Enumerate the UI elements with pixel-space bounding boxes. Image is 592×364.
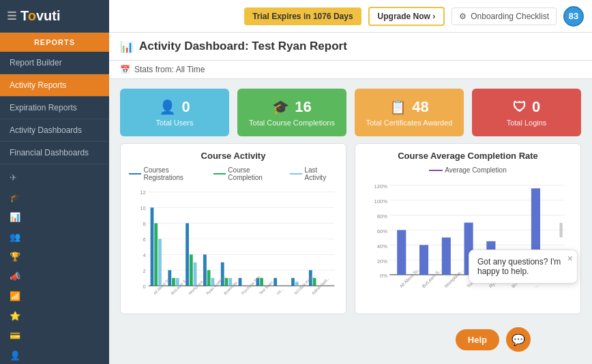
- svg-text:Int...: Int...: [276, 287, 284, 295]
- svg-rect-61: [397, 230, 406, 275]
- svg-rect-20: [186, 223, 189, 286]
- legend-avg-label: Average Completion: [445, 166, 506, 174]
- svg-text:60%: 60%: [377, 228, 387, 234]
- onboarding-label: Onboarding Checklist: [471, 12, 549, 21]
- stat-card-certificates: 📋 48 Total Certificates Awarded: [355, 89, 464, 136]
- svg-text:8: 8: [143, 221, 146, 227]
- svg-text:6: 6: [143, 237, 146, 243]
- avatar[interactable]: 83: [563, 6, 584, 27]
- sidebar: ☰ Tovuti REPORTS Report Builder Activity…: [0, 0, 109, 364]
- sidebar-icon-trophy[interactable]: 🏆: [0, 247, 109, 266]
- svg-rect-34: [295, 282, 299, 286]
- svg-rect-27: [225, 278, 228, 286]
- sidebar-icon-arrow[interactable]: ✈: [0, 168, 109, 187]
- trial-badge: Trial Expires in 1076 Days: [244, 7, 361, 25]
- sidebar-icons: ✈ 🎓 📊 👥 🏆 📣 📶 ⭐ 💳 👤 📅 💬 ♿ ⏻: [0, 164, 109, 364]
- course-activity-chart: Course Activity Courses Registrations Co…: [120, 143, 346, 314]
- svg-text:...: ...: [533, 283, 539, 289]
- sidebar-nav: Report Builder Activity Reports Expirati…: [0, 52, 109, 164]
- sidebar-item-financial-dashboards[interactable]: Financial Dashboards: [0, 142, 109, 164]
- sidebar-icon-megaphone[interactable]: 📣: [0, 267, 109, 286]
- stat-value-users: 0: [181, 98, 190, 116]
- legend-registrations-label: Courses Registrations: [143, 166, 205, 181]
- stat-card-users: 👤 0 Total Users: [120, 89, 229, 136]
- stat-label-completions: Total Course Completions: [249, 119, 335, 127]
- svg-rect-63: [442, 237, 451, 275]
- sidebar-item-activity-dashboards[interactable]: Activity Dashboards: [0, 119, 109, 142]
- sidebar-item-expiration-reports[interactable]: Expiration Reports: [0, 97, 109, 119]
- chat-button[interactable]: 💬: [506, 327, 531, 352]
- legend-avg-color: [429, 170, 443, 171]
- stat-label-users: Total Users: [156, 119, 193, 127]
- chat-close-button[interactable]: ×: [567, 253, 573, 264]
- svg-rect-33: [291, 278, 295, 286]
- content-header: 📊 Activity Dashboard: Test Ryan Report: [109, 33, 592, 61]
- stat-value-certificates: 48: [412, 98, 428, 116]
- svg-rect-36: [313, 278, 316, 286]
- sidebar-icon-card[interactable]: 💳: [0, 327, 109, 345]
- sidebar-icon-grad[interactable]: 🎓: [0, 188, 109, 207]
- svg-text:2: 2: [143, 268, 146, 274]
- legend-last-label: Last Activity: [304, 166, 338, 181]
- sidebar-icon-people[interactable]: 👥: [0, 228, 109, 246]
- svg-rect-62: [419, 245, 428, 275]
- stat-label-certificates: Total Certificates Awarded: [366, 119, 453, 127]
- legend-completion: Course Completion: [213, 166, 282, 181]
- sidebar-icon-signal[interactable]: 📶: [0, 287, 109, 305]
- stat-value-completions: 16: [295, 98, 311, 116]
- sidebar-icon-star[interactable]: ⭐: [0, 307, 109, 325]
- svg-text:40%: 40%: [377, 243, 387, 249]
- stat-cards: 👤 0 Total Users 🎓 16 Total Course Comple…: [109, 79, 592, 143]
- completion-rate-chart: Course Average Completion Rate Average C…: [355, 143, 581, 314]
- help-area: Help 💬: [456, 327, 531, 352]
- sidebar-icon-chart[interactable]: 📊: [0, 208, 109, 226]
- svg-text:12: 12: [140, 189, 145, 196]
- certificates-icon: 📋: [389, 99, 406, 115]
- sidebar-item-activity-reports[interactable]: Activity Reports: [0, 74, 109, 97]
- onboarding-button[interactable]: ⚙ Onboarding Checklist: [452, 7, 557, 25]
- svg-text:10: 10: [140, 205, 145, 211]
- course-activity-legend: Courses Registrations Course Completion …: [129, 166, 338, 181]
- chat-popup: × Got any questions? I'm happy to help.: [469, 249, 578, 284]
- legend-registrations-color: [129, 173, 141, 175]
- svg-text:100%: 100%: [374, 198, 387, 204]
- svg-text:4: 4: [143, 252, 147, 258]
- svg-text:120%: 120%: [374, 183, 387, 189]
- logo-area: ☰ Tovuti: [0, 0, 109, 33]
- stat-value-logins: 0: [532, 98, 540, 116]
- svg-rect-14: [151, 208, 154, 286]
- stats-label: Stats from: All Time: [134, 65, 205, 74]
- completion-rate-title: Course Average Completion Rate: [364, 151, 572, 161]
- chat-popup-message: Got any questions? I'm happy to help.: [477, 257, 561, 276]
- course-activity-title: Course Activity: [129, 151, 338, 161]
- svg-rect-16: [158, 239, 162, 286]
- svg-rect-68: [559, 223, 562, 238]
- legend-completion-color: [213, 173, 226, 175]
- content: 📊 Activity Dashboard: Test Ryan Report 📅…: [109, 33, 592, 364]
- page-title: Activity Dashboard: Test Ryan Report: [139, 40, 347, 53]
- legend-last-activity: Last Activity: [290, 166, 338, 181]
- stat-card-completions: 🎓 16 Total Course Completions: [237, 89, 346, 136]
- hamburger-icon[interactable]: ☰: [7, 10, 16, 22]
- svg-text:20%: 20%: [377, 258, 387, 264]
- svg-rect-31: [260, 278, 263, 286]
- completion-rate-legend: Average Completion: [364, 166, 572, 174]
- gear-icon: ⚙: [459, 12, 467, 21]
- upgrade-button[interactable]: Upgrade Now ›: [368, 7, 445, 26]
- svg-text:0: 0: [143, 284, 146, 290]
- logins-icon: 🛡: [513, 100, 527, 115]
- completions-icon: 🎓: [272, 99, 289, 115]
- svg-rect-22: [194, 262, 197, 286]
- legend-avg-completion: Average Completion: [429, 166, 506, 174]
- course-activity-svg: 12 10 8 6 4 2 0: [129, 185, 338, 297]
- help-button[interactable]: Help: [456, 329, 499, 350]
- svg-rect-15: [154, 223, 158, 286]
- sidebar-item-report-builder[interactable]: Report Builder: [0, 52, 109, 74]
- svg-text:0%: 0%: [380, 273, 387, 279]
- svg-text:80%: 80%: [377, 213, 387, 219]
- logo-text: Tovuti: [20, 8, 61, 24]
- sidebar-icon-person[interactable]: 👤: [0, 346, 109, 364]
- stat-label-logins: Total Logins: [507, 119, 547, 127]
- stat-card-logins: 🛡 0 Total Logins: [472, 89, 581, 136]
- svg-rect-21: [190, 254, 193, 286]
